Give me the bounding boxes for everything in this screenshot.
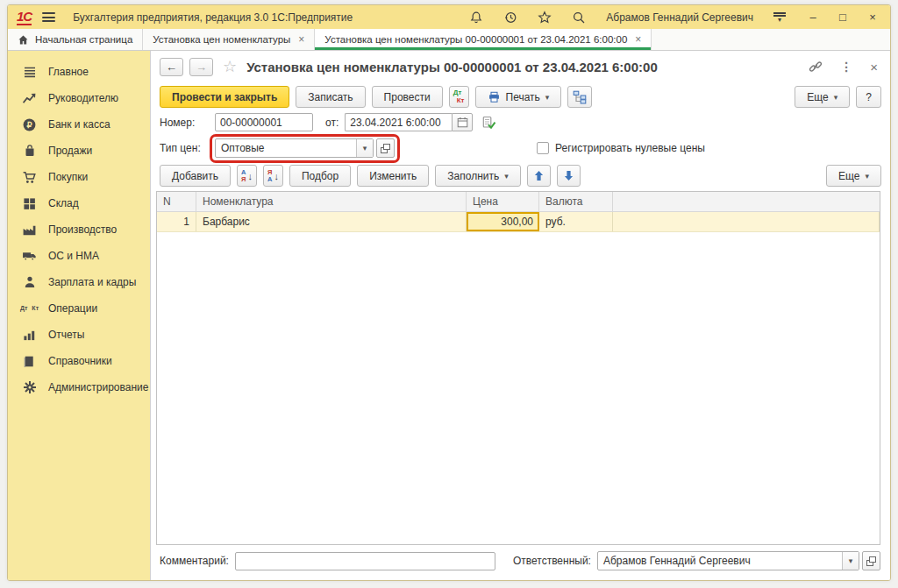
sidebar-item-sales[interactable]: Продажи — [8, 138, 150, 164]
number-label: Номер: — [160, 117, 215, 129]
checkbox-label: Регистрировать нулевые цены — [555, 142, 705, 154]
document-title: Установка цен номенклатуры 00-00000001 о… — [246, 60, 658, 74]
help-button[interactable]: ? — [856, 86, 881, 108]
dropdown-caret-icon[interactable]: ▾ — [356, 139, 373, 157]
sidebar-item-manager[interactable]: Руководителю — [8, 85, 150, 111]
cell-item-name[interactable]: Барбарис — [196, 212, 467, 231]
sidebar-item-bank-cash[interactable]: ₽ Банк и касса — [8, 111, 150, 138]
column-header-item[interactable]: Номенклатура — [196, 192, 467, 211]
user-settings-icon[interactable]: ▾ — [773, 12, 787, 22]
tab-price-setting-list[interactable]: Установка цен номенклатуры × — [143, 29, 315, 50]
sidebar-item-main[interactable]: Главное — [8, 59, 150, 85]
window-minimize-button[interactable]: – — [804, 11, 822, 24]
back-button[interactable]: ← — [160, 58, 183, 76]
dt-kt-icon: ДтКт — [453, 89, 465, 104]
responsible-open-button[interactable] — [862, 551, 880, 570]
date-input[interactable] — [345, 113, 452, 131]
person-icon — [22, 275, 37, 290]
register-zero-prices-checkbox[interactable]: Регистрировать нулевые цены — [537, 142, 705, 154]
sidebar-item-warehouse[interactable]: Склад — [8, 190, 150, 216]
current-user[interactable]: Абрамов Геннадий Сергеевич — [606, 11, 753, 24]
post-and-close-button[interactable]: Провести и закрыть — [160, 86, 289, 108]
book-icon — [22, 354, 37, 369]
tab-close-icon[interactable]: × — [298, 33, 304, 46]
number-input[interactable] — [215, 113, 313, 131]
pick-items-button[interactable]: Подбор — [289, 165, 351, 187]
column-header-price[interactable]: Цена — [467, 192, 539, 211]
table-row[interactable]: 1 Барбарис 300,00 руб. — [157, 212, 880, 232]
sidebar-item-label: Операции — [48, 302, 97, 315]
sidebar-item-label: Главное — [48, 66, 89, 78]
cell-currency[interactable]: руб. — [539, 212, 613, 231]
sidebar-item-payroll-hr[interactable]: Зарплата и кадры — [8, 269, 150, 295]
forward-button[interactable]: → — [189, 58, 213, 76]
cell-price-selected[interactable]: 300,00 — [467, 212, 539, 231]
calendar-button[interactable] — [452, 113, 473, 131]
date-label: от: — [325, 117, 339, 129]
favorite-star-icon[interactable]: ☆ — [223, 57, 237, 76]
dropdown-caret-icon[interactable]: ▾ — [842, 552, 859, 570]
notifications-bell-icon[interactable] — [468, 10, 483, 25]
print-button[interactable]: Печать ▾ — [475, 86, 562, 108]
table-empty-area[interactable] — [157, 232, 880, 544]
sidebar-item-administration[interactable]: Администрирование — [8, 374, 150, 400]
responsible-combo[interactable]: Абрамов Геннадий Сергеевич ▾ — [597, 551, 859, 570]
sidebar-item-label: Производство — [48, 223, 117, 236]
favorites-star-icon[interactable] — [537, 10, 552, 25]
comment-label: Комментарий: — [160, 555, 229, 567]
tab-home[interactable]: Начальная страница — [8, 29, 143, 50]
sort-desc-icon: ЯА — [267, 169, 272, 183]
sidebar-item-purchases[interactable]: Покупки — [8, 164, 150, 190]
sidebar-item-label: Продажи — [48, 145, 92, 157]
sidebar-item-production[interactable]: Производство — [8, 216, 150, 243]
1c-logo-icon[interactable]: 1С — [17, 10, 32, 25]
edit-row-button[interactable]: Изменить — [357, 165, 429, 187]
checkbox-icon[interactable] — [537, 142, 549, 154]
calendar-icon — [457, 117, 468, 128]
fill-button[interactable]: Заполнить ▾ — [435, 165, 520, 187]
ruble-circle-icon: ₽ — [22, 117, 37, 132]
price-type-combo[interactable]: Оптовые ▾ — [215, 138, 374, 158]
get-link-icon[interactable] — [809, 60, 823, 74]
sidebar-item-label: Банк и касса — [48, 118, 110, 131]
shopping-bag-icon — [22, 144, 37, 159]
column-header-n[interactable]: N — [157, 192, 196, 211]
sort-descending-button[interactable]: ЯА ↓ — [263, 165, 283, 187]
show-postings-button[interactable]: ДтКт — [449, 86, 469, 108]
save-button[interactable]: Записать — [296, 86, 365, 108]
sidebar-item-reports[interactable]: Отчеты — [8, 322, 150, 348]
history-icon[interactable] — [502, 10, 517, 25]
sidebar-item-fixed-assets[interactable]: ОС и НМА — [8, 243, 150, 269]
home-icon — [18, 34, 29, 46]
column-header-currency[interactable]: Валюта — [539, 192, 613, 211]
comment-input[interactable] — [235, 552, 495, 570]
close-form-icon[interactable]: × — [870, 60, 878, 74]
search-icon[interactable] — [571, 10, 586, 25]
post-button[interactable]: Провести — [372, 86, 443, 108]
window-maximize-button[interactable]: □ — [834, 11, 852, 24]
sort-ascending-button[interactable]: АЯ ↓ — [237, 165, 257, 187]
form-more-button[interactable]: Еще ▾ — [795, 86, 850, 108]
tab-close-icon[interactable]: × — [635, 33, 641, 46]
dt-kt-icon: ДтКт — [22, 301, 37, 316]
titlebar: 1С Бухгалтерия предприятия, редакция 3.0… — [8, 5, 890, 29]
table-more-button[interactable]: Еще ▾ — [826, 165, 881, 187]
more-menu-icon[interactable]: ⋮ — [840, 60, 852, 74]
sidebar-item-operations[interactable]: ДтКт Операции — [8, 295, 150, 322]
tab-bar: Начальная страница Установка цен номенкл… — [8, 29, 890, 51]
move-row-up-button[interactable] — [527, 165, 551, 187]
gear-icon — [22, 380, 37, 395]
main-menu-icon[interactable] — [42, 12, 55, 22]
price-type-open-button[interactable] — [376, 138, 395, 158]
sidebar-item-directories[interactable]: Справочники — [8, 348, 150, 374]
cell-empty — [613, 212, 880, 231]
move-row-down-button[interactable] — [557, 165, 581, 187]
price-type-label: Тип цен: — [160, 142, 215, 154]
document-movements-icon[interactable] — [481, 116, 496, 130]
window-close-button[interactable]: × — [864, 11, 881, 24]
cell-row-number[interactable]: 1 — [157, 212, 196, 231]
related-documents-button[interactable] — [567, 86, 592, 108]
add-row-button[interactable]: Добавить — [160, 165, 231, 187]
tab-price-setting-document[interactable]: Установка цен номенклатуры 00-00000001 о… — [315, 29, 652, 50]
document-form: ← → ☆ Установка цен номенклатуры 00-0000… — [150, 51, 890, 580]
